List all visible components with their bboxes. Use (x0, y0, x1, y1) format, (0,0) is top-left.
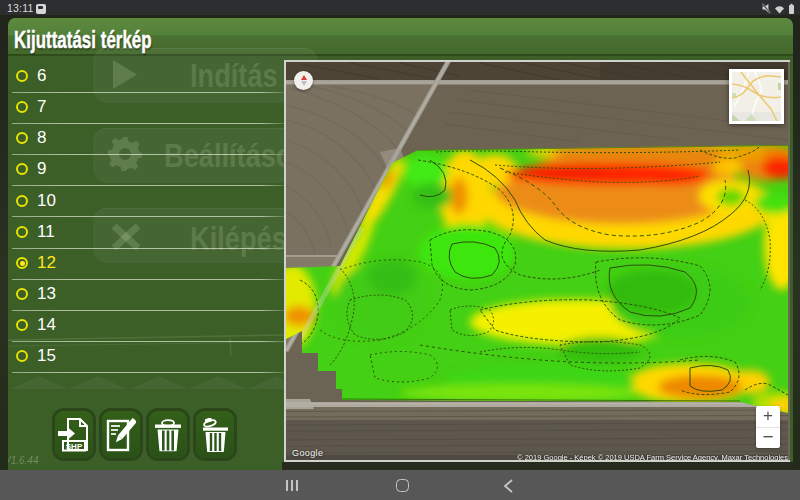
svg-text:SHP: SHP (66, 442, 83, 451)
